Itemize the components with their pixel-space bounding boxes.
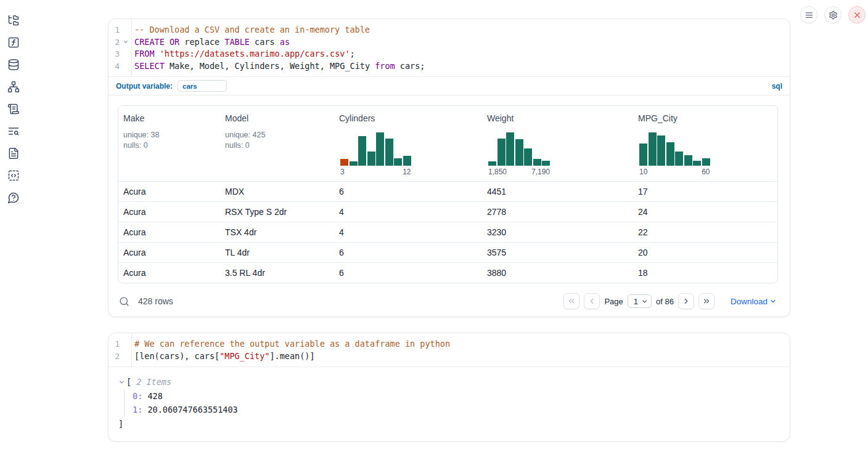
settings-button[interactable] — [824, 6, 841, 23]
column-header-weight: Weight1,8507,190 — [482, 106, 633, 181]
fold-gutter — [120, 350, 131, 363]
histogram-bar — [506, 132, 514, 166]
tree-item: 1: 20.060747663551403 — [133, 403, 780, 417]
line-number: 2 — [108, 36, 120, 49]
chevron-left-icon — [588, 297, 596, 305]
column-histogram: 312 — [340, 132, 411, 176]
scroll-icon — [7, 103, 20, 115]
shutdown-icon — [853, 10, 862, 20]
code-text: [len(cars), cars["MPG_City"].mean()] — [131, 350, 315, 363]
search-icon[interactable] — [119, 296, 129, 307]
output-variable-input[interactable] — [178, 80, 227, 92]
table-row[interactable]: Acura3.5 RL 4dr6388018 — [118, 262, 777, 283]
sql-cell-output: Makeunique: 38nulls: 0Modelunique: 425nu… — [108, 95, 790, 317]
table-cell: 6 — [334, 242, 482, 262]
table-row[interactable]: AcuraRSX Type S 2dr4277824 — [118, 201, 777, 222]
column-histogram: 1060 — [639, 132, 710, 176]
column-name: MPG_City — [638, 113, 772, 123]
table-cell: TSX 4dr — [220, 222, 334, 242]
code-line[interactable]: 1-- Download a CSV and create an in-memo… — [108, 24, 790, 36]
table-row[interactable]: AcuraMDX6445117 — [118, 181, 777, 201]
code-line[interactable]: 2[len(cars), cars["MPG_City"].mean()] — [108, 350, 790, 363]
table-row[interactable]: AcuraTSX 4dr4323022 — [118, 222, 777, 242]
table-cell: 22 — [633, 222, 777, 242]
table-cell: 18 — [633, 262, 777, 283]
code-line[interactable]: 4SELECT Make, Model, Cylinders, Weight, … — [108, 60, 790, 73]
notebook: 1-- Download a CSV and create an in-memo… — [108, 18, 790, 442]
tree-item-index: 0: — [133, 391, 142, 401]
bracket-open: [ — [126, 375, 131, 389]
sql-cell-toolbar: Output variable: sql — [108, 76, 790, 95]
histogram-bar — [649, 132, 657, 166]
download-button[interactable]: Download — [731, 297, 777, 306]
file-explorer-button[interactable] — [7, 14, 20, 26]
table-cell: 3230 — [482, 222, 633, 242]
next-page-button[interactable] — [678, 293, 694, 309]
column-header-mpg_city: MPG_City1060 — [633, 106, 777, 181]
histogram-axis-labels: 1,8507,190 — [488, 168, 550, 176]
page-select-value: 1 — [634, 297, 638, 306]
variables-panel-button[interactable] — [7, 36, 20, 49]
table-cell: 6 — [334, 181, 482, 201]
table-cell: RSX Type S 2dr — [220, 201, 334, 222]
table-cell: 6 — [334, 262, 482, 283]
table-cell: 3880 — [482, 262, 633, 283]
histogram-bar — [394, 158, 402, 166]
table-cell: 3575 — [482, 242, 633, 262]
code-text: CREATE OR replace TABLE cars as — [131, 36, 290, 49]
table-cell: Acura — [118, 222, 220, 242]
column-stats: unique: 38nulls: 0 — [123, 130, 215, 151]
line-number: 2 — [108, 350, 120, 363]
column-name: Weight — [487, 113, 628, 123]
logs-panel-button[interactable] — [7, 125, 20, 137]
histogram-bar — [693, 161, 701, 166]
snippets-panel-button[interactable] — [7, 169, 20, 182]
download-label: Download — [731, 297, 768, 306]
document-icon — [7, 147, 20, 160]
item-count: 2 Items — [136, 375, 171, 389]
log-search-icon — [7, 125, 20, 137]
chevron-down-icon — [641, 298, 648, 305]
shutdown-button[interactable] — [848, 6, 866, 23]
line-number: 3 — [108, 48, 120, 60]
code-text: SELECT Make, Model, Cylinders, Weight, M… — [131, 60, 425, 73]
page-select[interactable]: 1 — [628, 294, 652, 308]
helper-sidebar — [0, 0, 27, 449]
sql-cell: 1-- Download a CSV and create an in-memo… — [108, 18, 790, 317]
column-header-model: Modelunique: 425nulls: 0 — [220, 106, 334, 181]
code-line[interactable]: 3FROM 'https://datasets.marimo.app/cars.… — [108, 48, 790, 60]
code-line[interactable]: 2CREATE OR replace TABLE cars as — [108, 36, 790, 49]
data-table-panel: Makeunique: 38nulls: 0Modelunique: 425nu… — [118, 105, 778, 283]
fold-gutter — [120, 338, 131, 350]
scratchpad-button[interactable] — [7, 103, 20, 115]
table-cell: MDX — [220, 181, 334, 201]
prev-page-button[interactable] — [584, 293, 600, 309]
histogram-axis-labels: 1060 — [639, 168, 710, 176]
snippets-icon — [7, 169, 20, 182]
last-page-button[interactable] — [698, 293, 714, 309]
folder-tree-icon — [7, 14, 20, 26]
python-code-editor[interactable]: 1# We can reference the output variable … — [108, 333, 790, 366]
table-row[interactable]: AcuraTL 4dr6357520 — [118, 242, 777, 262]
row-count: 428 rows — [138, 296, 173, 306]
collapse-icon[interactable] — [118, 379, 125, 386]
fold-icon[interactable] — [120, 36, 131, 49]
histogram-bar — [524, 148, 532, 166]
table-cell: Acura — [118, 201, 220, 222]
histogram-bar — [350, 161, 358, 166]
histogram-bar — [515, 139, 523, 166]
first-page-button[interactable] — [563, 293, 579, 309]
dependency-graph-button[interactable] — [7, 81, 20, 93]
menu-button[interactable] — [800, 6, 817, 23]
notebook-actions — [800, 6, 866, 23]
sql-code-editor[interactable]: 1-- Download a CSV and create an in-memo… — [108, 19, 790, 76]
histogram-bar — [533, 159, 541, 166]
histogram-bar — [488, 161, 496, 166]
documentation-panel-button[interactable] — [7, 147, 20, 160]
table-cell: 24 — [633, 201, 777, 222]
help-button[interactable] — [7, 192, 20, 204]
table-footer: 428 rows Page 1 of 86 Download — [118, 292, 778, 310]
python-cell-output: [ 2 Items 0: 4281: 20.060747663551403 ] — [108, 366, 790, 441]
datasources-panel-button[interactable] — [7, 59, 20, 71]
code-line[interactable]: 1# We can reference the output variable … — [108, 338, 790, 350]
